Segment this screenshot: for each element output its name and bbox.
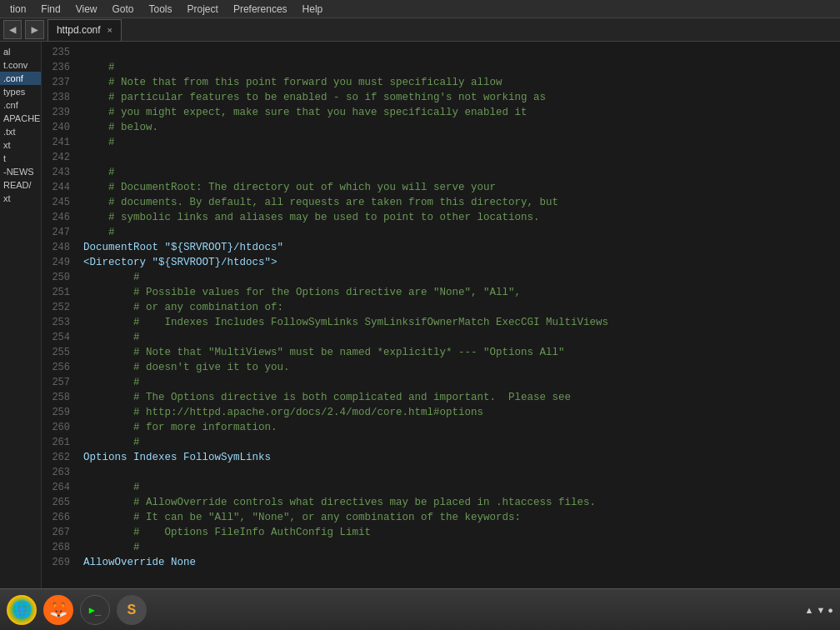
taskbar-system-tray: ▲ ▼ ● <box>804 605 833 615</box>
sidebar-item[interactable]: .txt <box>0 125 41 138</box>
line-number: 259 <box>42 405 70 420</box>
menu-view[interactable]: View <box>69 2 104 17</box>
line-number: 241 <box>42 135 70 150</box>
code-line: # <box>83 435 833 450</box>
line-number: 251 <box>42 285 70 300</box>
tabbar: ◀ ▶ httpd.conf × <box>0 18 840 42</box>
code-line: # <box>83 135 833 150</box>
menu-find[interactable]: Find <box>34 2 67 17</box>
code-line <box>83 465 833 480</box>
line-number: 268 <box>42 540 70 555</box>
code-line: # It can be "All", "None", or any combin… <box>83 510 833 525</box>
sidebar-item[interactable]: READ/ <box>0 178 41 192</box>
line-number: 240 <box>42 120 70 135</box>
line-number: 245 <box>42 195 70 210</box>
line-number: 253 <box>42 315 70 330</box>
sidebar-item[interactable]: .conf <box>0 72 41 85</box>
code-line: # symbolic links and aliases may be used… <box>83 210 833 225</box>
code-line: AllowOverride None <box>83 555 833 570</box>
code-line: # Indexes Includes FollowSymLinks SymLin… <box>83 315 833 330</box>
taskbar: 🌐 🦊 ▶_ S ▲ ▼ ● <box>0 588 840 630</box>
code-line: # <box>83 540 833 555</box>
code-line: # for more information. <box>83 420 833 435</box>
code-line <box>83 45 833 60</box>
line-number: 260 <box>42 420 70 435</box>
line-number: 247 <box>42 225 70 240</box>
menu-tools[interactable]: Tools <box>142 2 179 17</box>
taskbar-chrome-icon[interactable]: 🌐 <box>7 595 37 625</box>
taskbar-firefox-icon[interactable]: 🦊 <box>43 595 73 625</box>
code-line: # <box>83 270 833 285</box>
menu-help[interactable]: Help <box>296 2 330 17</box>
line-number: 266 <box>42 510 70 525</box>
menu-tion[interactable]: tion <box>3 2 32 17</box>
menu-project[interactable]: Project <box>181 2 225 17</box>
code-line <box>83 150 833 165</box>
editor-container: alt.conv.conftypes.cnfAPACHE.txtxtt-NEWS… <box>0 42 840 605</box>
code-line: # <box>83 480 833 495</box>
line-number: 262 <box>42 450 70 465</box>
code-line: # Note that from this point forward you … <box>83 75 833 90</box>
code-line: <Directory "${SRVROOT}/htdocs"> <box>83 255 833 270</box>
sidebar-item[interactable]: .cnf <box>0 98 41 112</box>
menu-goto[interactable]: Goto <box>106 2 141 17</box>
sidebar-item[interactable]: al <box>0 45 41 58</box>
tab-httpd-conf[interactable]: httpd.conf × <box>48 19 122 41</box>
code-line: # particular features to be enabled - so… <box>83 90 833 105</box>
taskbar-terminal-icon[interactable]: ▶_ <box>80 595 110 625</box>
line-number: 265 <box>42 495 70 510</box>
code-line: # <box>83 375 833 390</box>
code-line: # you might expect, make sure that you h… <box>83 105 833 120</box>
code-line: DocumentRoot "${SRVROOT}/htdocs" <box>83 240 833 255</box>
line-numbers: 2352362372382392402412422432442452462472… <box>42 42 77 605</box>
line-number: 238 <box>42 90 70 105</box>
tab-close-button[interactable]: × <box>108 25 112 35</box>
sidebar-item[interactable]: t <box>0 152 41 165</box>
tab-label: httpd.conf <box>57 24 101 36</box>
tab-nav-left[interactable]: ◀ <box>3 20 22 39</box>
line-number: 250 <box>42 270 70 285</box>
code-area[interactable]: # # Note that from this point forward yo… <box>77 42 840 605</box>
line-number: 239 <box>42 105 70 120</box>
line-number: 261 <box>42 435 70 450</box>
line-number: 236 <box>42 60 70 75</box>
taskbar-right: ▲ ▼ ● <box>804 605 833 615</box>
line-number: 237 <box>42 75 70 90</box>
sidebar-item[interactable]: types <box>0 85 41 98</box>
sidebar-item[interactable]: -NEWS <box>0 165 41 178</box>
code-line: # Options FileInfo AuthConfig Limit <box>83 525 833 540</box>
line-number: 244 <box>42 180 70 195</box>
line-number: 248 <box>42 240 70 255</box>
taskbar-sublime-icon[interactable]: S <box>117 595 147 625</box>
line-number: 255 <box>42 345 70 360</box>
line-number: 254 <box>42 330 70 345</box>
sidebar-item[interactable]: xt <box>0 138 41 152</box>
sidebar-item[interactable]: APACHE <box>0 112 41 125</box>
line-number: 252 <box>42 300 70 315</box>
code-line: # Note that "MultiViews" must be named *… <box>83 345 833 360</box>
code-line: # <box>83 60 833 75</box>
sidebar-item[interactable]: xt <box>0 192 41 205</box>
code-line: # documents. By default, all requests ar… <box>83 195 833 210</box>
line-number: 257 <box>42 375 70 390</box>
sidebar-item[interactable]: t.conv <box>0 58 41 72</box>
tab-nav-right[interactable]: ▶ <box>25 20 43 39</box>
code-line: # doesn't give it to you. <box>83 360 833 375</box>
code-line: # <box>83 330 833 345</box>
code-line: # http://httpd.apache.org/docs/2.4/mod/c… <box>83 405 833 420</box>
line-number: 242 <box>42 150 70 165</box>
code-line: # Possible values for the Options direct… <box>83 285 833 300</box>
line-number: 235 <box>42 45 70 60</box>
code-line: # below. <box>83 120 833 135</box>
line-number: 258 <box>42 390 70 405</box>
code-line: # The Options directive is both complica… <box>83 390 833 405</box>
code-line: # or any combination of: <box>83 300 833 315</box>
menu-preferences[interactable]: Preferences <box>227 2 294 17</box>
line-number: 269 <box>42 555 70 570</box>
code-line: # <box>83 165 833 180</box>
line-number: 256 <box>42 360 70 375</box>
menubar: tion Find View Goto Tools Project Prefer… <box>0 0 840 18</box>
code-line: # <box>83 225 833 240</box>
line-number: 243 <box>42 165 70 180</box>
code-line: # DocumentRoot: The directory out of whi… <box>83 180 833 195</box>
